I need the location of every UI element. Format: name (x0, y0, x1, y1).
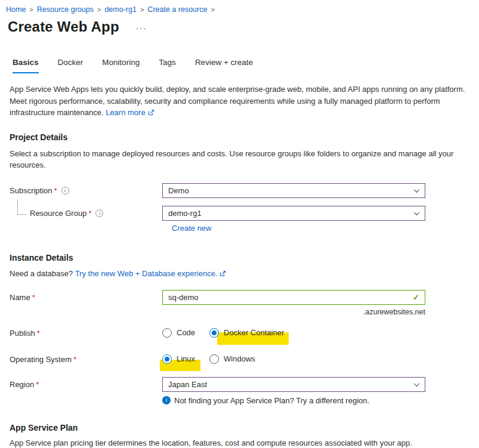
os-label-col: Operating System * (10, 352, 162, 364)
breadcrumb-demo-rg1[interactable]: demo-rg1 (104, 5, 137, 14)
required-asterisk: * (73, 355, 76, 364)
breadcrumb: Home > Resource groups > demo-rg1 > Crea… (0, 0, 479, 14)
breadcrumb-separator: > (140, 6, 144, 13)
region-label-col: Region * (10, 377, 162, 389)
region-dropdown[interactable]: Japan East (162, 377, 425, 392)
breadcrumb-separator: > (211, 6, 214, 13)
intro-text: App Service Web Apps lets you quickly bu… (10, 84, 469, 119)
radio-label: Windows (224, 354, 255, 363)
breadcrumb-home[interactable]: Home (6, 5, 26, 14)
name-field-wrapper (162, 290, 425, 305)
subscription-label: Subscription (10, 186, 52, 195)
region-row: Region * Japan East Not finding your App… (10, 377, 469, 405)
required-asterisk: * (36, 380, 39, 389)
database-experience-link[interactable]: Try the new Web + Database experience. (75, 269, 227, 278)
intro-learn-more-link[interactable]: Learn more (106, 108, 154, 117)
resource-group-label: Resource Group (30, 209, 86, 218)
app-service-plan-heading: App Service Plan (10, 423, 469, 432)
learn-more-label: Learn more (106, 108, 145, 117)
subscription-dropdown[interactable]: Demo (162, 183, 425, 198)
os-option-linux[interactable]: Linux (162, 354, 195, 364)
publish-option-code[interactable]: Code (162, 328, 195, 338)
tab-basics[interactable]: Basics (13, 58, 39, 73)
publish-control-col: Code Docker Container (162, 326, 425, 338)
required-asterisk: * (54, 186, 57, 195)
external-link-icon (148, 109, 154, 116)
resource-group-dropdown[interactable]: demo-rg1 (162, 206, 425, 221)
operating-system-row: Operating System * Linux Windows (10, 352, 469, 364)
region-value: Japan East (168, 380, 207, 389)
required-asterisk: * (32, 293, 35, 302)
breadcrumb-separator: > (97, 6, 101, 13)
chevron-down-icon (414, 187, 420, 193)
tab-review-create[interactable]: Review + create (195, 58, 253, 73)
publish-label-col: Publish * (10, 326, 162, 338)
region-note-text: Not finding your App Service Plan? Try a… (174, 396, 369, 405)
info-icon[interactable] (95, 209, 103, 217)
subscription-row: Subscription * Demo (10, 183, 469, 198)
radio-selected-icon (162, 354, 172, 364)
radio-unselected-icon (209, 354, 219, 364)
name-input[interactable] (168, 293, 413, 302)
create-new-link[interactable]: Create new (172, 224, 211, 233)
radio-label: Docker Container (224, 328, 284, 337)
info-icon[interactable] (61, 187, 69, 194)
tab-monitoring[interactable]: Monitoring (102, 58, 140, 73)
name-label: Name (10, 293, 30, 302)
required-asterisk: * (88, 209, 91, 218)
chevron-down-icon (414, 209, 420, 215)
subscription-value: Demo (168, 186, 189, 195)
region-note: Not finding your App Service Plan? Try a… (162, 396, 425, 405)
os-radio-group: Linux Windows (162, 352, 425, 364)
region-control-col: Japan East Not finding your App Service … (162, 377, 425, 405)
database-link-label: Try the new Web + Database experience. (75, 269, 218, 278)
breadcrumb-separator: > (29, 6, 33, 13)
radio-selected-icon (209, 328, 219, 338)
breadcrumb-resource-groups[interactable]: Resource groups (37, 5, 94, 14)
breadcrumb-create-a-resource[interactable]: Create a resource (147, 5, 207, 14)
radio-label: Linux (177, 354, 195, 363)
required-asterisk: * (37, 329, 40, 338)
create-new-line: Create new (172, 224, 469, 233)
resource-group-label-col: Resource Group * (10, 206, 162, 218)
resource-group-control-col: demo-rg1 (162, 206, 425, 221)
name-control-col: .azurewebsites.net (162, 290, 425, 316)
chevron-down-icon (414, 381, 420, 387)
os-control-col: Linux Windows (162, 352, 425, 364)
publish-option-docker-container[interactable]: Docker Container (209, 328, 284, 338)
name-row: Name * .azurewebsites.net (10, 290, 469, 316)
publish-radio-group: Code Docker Container (162, 326, 425, 338)
basics-tab-content: App Service Web Apps lets you quickly bu… (0, 84, 479, 448)
more-actions-button[interactable]: ··· (136, 23, 147, 35)
tab-bar: Basics Docker Monitoring Tags Review + c… (13, 58, 479, 73)
publish-label: Publish (10, 329, 35, 338)
page-title: Create Web App (8, 18, 119, 35)
os-option-windows[interactable]: Windows (209, 354, 255, 364)
project-details-heading: Project Details (10, 132, 469, 142)
database-prompt: Need a database? (10, 269, 73, 278)
operating-system-label: Operating System (10, 355, 72, 364)
publish-row: Publish * Code Docker Container (10, 326, 469, 338)
radio-unselected-icon (162, 328, 172, 338)
info-filled-icon (162, 396, 171, 404)
create-web-app-page: Home > Resource groups > demo-rg1 > Crea… (0, 0, 479, 448)
resource-group-row: Resource Group * demo-rg1 (10, 206, 469, 221)
subscription-control-col: Demo (162, 183, 425, 198)
intro-paragraph: App Service Web Apps lets you quickly bu… (10, 85, 465, 117)
tab-tags[interactable]: Tags (159, 58, 176, 73)
title-row: Create Web App ··· (0, 14, 479, 35)
radio-label: Code (177, 328, 195, 337)
database-prompt-line: Need a database? Try the new Web + Datab… (10, 269, 469, 278)
resource-group-value: demo-rg1 (168, 209, 202, 218)
name-label-col: Name * (10, 290, 162, 302)
region-label: Region (10, 380, 34, 389)
instance-details-heading: Instance Details (10, 253, 469, 262)
external-link-icon (220, 270, 226, 277)
name-domain-suffix: .azurewebsites.net (162, 308, 425, 316)
app-service-plan-description: App Service plan pricing tier determines… (10, 437, 469, 448)
subscription-label-col: Subscription * (10, 183, 162, 195)
valid-checkmark-icon (413, 293, 419, 302)
tab-docker[interactable]: Docker (58, 58, 84, 73)
tree-connector-line (17, 199, 26, 215)
project-details-description: Select a subscription to manage deployed… (10, 148, 469, 171)
